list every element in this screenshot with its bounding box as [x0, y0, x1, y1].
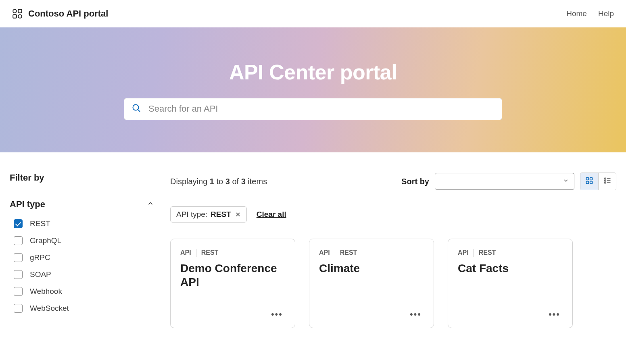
filter-option-label: REST: [30, 219, 50, 228]
card-tag: API: [180, 249, 191, 256]
search-box[interactable]: [124, 98, 502, 120]
filter-option[interactable]: GraphQL: [14, 236, 154, 245]
checkbox[interactable]: [14, 270, 23, 279]
card-footer: •••: [458, 307, 563, 322]
card-footer: •••: [180, 307, 285, 322]
svg-rect-10: [604, 178, 605, 179]
api-card[interactable]: APIRESTCat Facts•••: [448, 239, 573, 328]
list-view-button[interactable]: [598, 173, 616, 190]
svg-rect-1: [18, 9, 22, 13]
checkbox[interactable]: [14, 236, 23, 245]
filter-option[interactable]: REST: [14, 219, 154, 228]
clear-all-link[interactable]: Clear all: [257, 210, 286, 219]
card-tags: APIREST: [180, 249, 285, 257]
svg-line-5: [138, 110, 140, 112]
cards-grid: APIRESTDemo Conference API•••APIRESTClim…: [170, 239, 616, 328]
filter-option-label: GraphQL: [30, 236, 61, 245]
results-toolbar: Displaying 1 to 3 of 3 items Sort by: [170, 173, 616, 190]
search-icon: [131, 103, 141, 114]
header-nav: Home Help: [566, 9, 614, 18]
card-tag: REST: [201, 249, 219, 256]
checkbox[interactable]: [14, 219, 23, 228]
nav-home[interactable]: Home: [566, 9, 587, 18]
list-icon: [603, 177, 611, 186]
divider: [335, 249, 335, 257]
chevron-down-icon: [563, 177, 569, 185]
more-icon[interactable]: •••: [269, 307, 285, 322]
card-title: Demo Conference API: [180, 262, 285, 289]
filter-group-header[interactable]: API type: [10, 199, 154, 210]
active-filters: API type: REST Clear all: [170, 206, 616, 223]
display-items-word: items: [246, 177, 267, 186]
view-toggle: [580, 173, 616, 190]
hero-title: API Center portal: [229, 60, 397, 84]
svg-rect-12: [604, 180, 605, 181]
svg-rect-0: [13, 9, 17, 13]
filter-option[interactable]: Webhook: [14, 287, 154, 296]
card-footer: •••: [319, 307, 424, 322]
sort-select[interactable]: [435, 173, 574, 190]
filter-option-label: SOAP: [30, 270, 51, 279]
svg-rect-7: [590, 178, 593, 180]
grid-icon: [585, 177, 593, 186]
filter-option-label: WebSocket: [30, 304, 69, 313]
sortby-label: Sort by: [401, 177, 429, 186]
display-total: 3: [241, 177, 246, 186]
app-header: Contoso API portal Home Help: [0, 0, 626, 27]
display-of-word: of: [230, 177, 241, 186]
nav-help[interactable]: Help: [598, 9, 614, 18]
card-title: Climate: [319, 262, 424, 275]
card-title: Cat Facts: [458, 262, 563, 275]
divider: [474, 249, 474, 257]
chip-key: API type:: [176, 210, 207, 219]
filter-option-label: gRPC: [30, 253, 50, 262]
close-icon[interactable]: [235, 212, 241, 217]
toolbar-right: Sort by: [401, 173, 616, 190]
chevron-up-icon: [147, 200, 154, 209]
header-left: Contoso API portal: [12, 8, 108, 19]
filter-heading: Filter by: [10, 173, 154, 183]
checkbox[interactable]: [14, 253, 23, 262]
card-tag: API: [319, 249, 330, 256]
svg-rect-6: [586, 178, 589, 180]
filter-group-title: API type: [10, 199, 45, 210]
more-icon[interactable]: •••: [546, 307, 563, 322]
checkbox[interactable]: [14, 287, 23, 296]
divider: [196, 249, 196, 257]
chip-value: REST: [211, 210, 231, 219]
more-icon[interactable]: •••: [407, 307, 424, 322]
checkbox[interactable]: [14, 304, 23, 313]
filter-option-label: Webhook: [30, 287, 62, 296]
filter-option[interactable]: SOAP: [14, 270, 154, 279]
logo-icon: [12, 8, 23, 19]
display-prefix: Displaying: [170, 177, 210, 186]
filter-sidebar: Filter by API type RESTGraphQLgRPCSOAPWe…: [10, 173, 154, 328]
svg-rect-9: [590, 181, 593, 184]
content: Filter by API type RESTGraphQLgRPCSOAPWe…: [0, 152, 626, 328]
svg-rect-8: [586, 181, 589, 184]
api-card[interactable]: APIRESTDemo Conference API•••: [170, 239, 295, 328]
svg-rect-2: [13, 15, 17, 18]
filter-chip-api-type: API type: REST: [170, 206, 247, 223]
filter-options: RESTGraphQLgRPCSOAPWebhookWebSocket: [10, 219, 154, 313]
display-to-word: to: [214, 177, 225, 186]
svg-rect-14: [604, 182, 605, 183]
card-tag: REST: [479, 249, 496, 256]
filter-option[interactable]: gRPC: [14, 253, 154, 262]
card-tag: API: [458, 249, 469, 256]
card-tags: APIREST: [458, 249, 563, 257]
grid-view-button[interactable]: [580, 173, 598, 190]
main-area: Displaying 1 to 3 of 3 items Sort by: [170, 173, 616, 328]
card-tags: APIREST: [319, 249, 424, 257]
svg-rect-3: [18, 15, 22, 18]
search-input[interactable]: [148, 104, 495, 114]
site-title: Contoso API portal: [28, 8, 108, 19]
card-tag: REST: [340, 249, 357, 256]
display-from: 1: [210, 177, 214, 186]
results-count: Displaying 1 to 3 of 3 items: [170, 177, 267, 186]
svg-point-4: [133, 105, 139, 110]
filter-option[interactable]: WebSocket: [14, 304, 154, 313]
display-to: 3: [225, 177, 230, 186]
api-card[interactable]: APIRESTClimate•••: [309, 239, 434, 328]
hero-banner: API Center portal: [0, 27, 626, 152]
